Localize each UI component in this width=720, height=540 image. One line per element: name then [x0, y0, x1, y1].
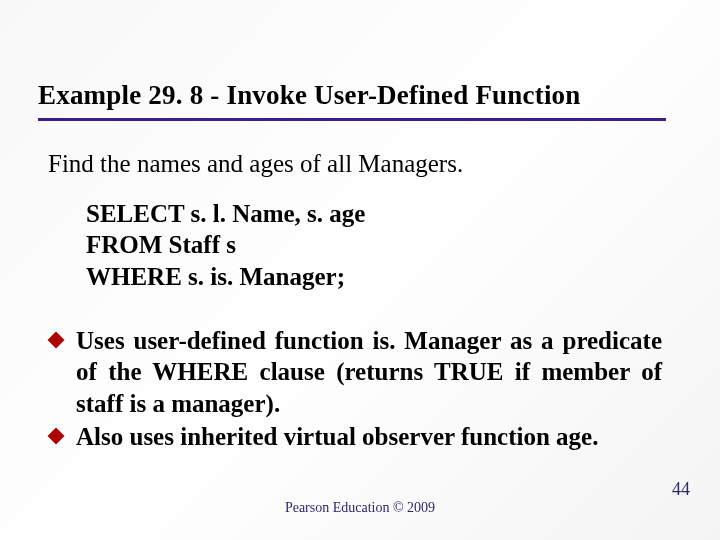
bullet-icon	[48, 427, 65, 444]
list-item: Also uses inherited virtual observer fun…	[48, 421, 662, 452]
bullet-text: Also uses inherited virtual observer fun…	[76, 423, 598, 450]
list-item: Uses user-defined function is. Manager a…	[48, 325, 662, 419]
page-number: 44	[672, 479, 690, 500]
footer-text: Pearson Education © 2009	[0, 500, 720, 516]
bullet-icon	[48, 332, 65, 349]
slide-title: Example 29. 8 - Invoke User-Defined Func…	[38, 80, 581, 111]
sql-line-3: WHERE s. is. Manager;	[86, 263, 345, 290]
sql-line-1: SELECT s. l. Name, s. age	[86, 200, 365, 227]
prompt-text: Find the names and ages of all Managers.	[48, 150, 463, 178]
bullet-list: Uses user-defined function is. Manager a…	[48, 325, 662, 454]
title-underline	[38, 118, 666, 121]
slide: Example 29. 8 - Invoke User-Defined Func…	[0, 0, 720, 540]
sql-block: SELECT s. l. Name, s. age FROM Staff s W…	[86, 198, 365, 292]
bullet-text: Uses user-defined function is. Manager a…	[76, 327, 662, 417]
sql-line-2: FROM Staff s	[86, 231, 236, 258]
